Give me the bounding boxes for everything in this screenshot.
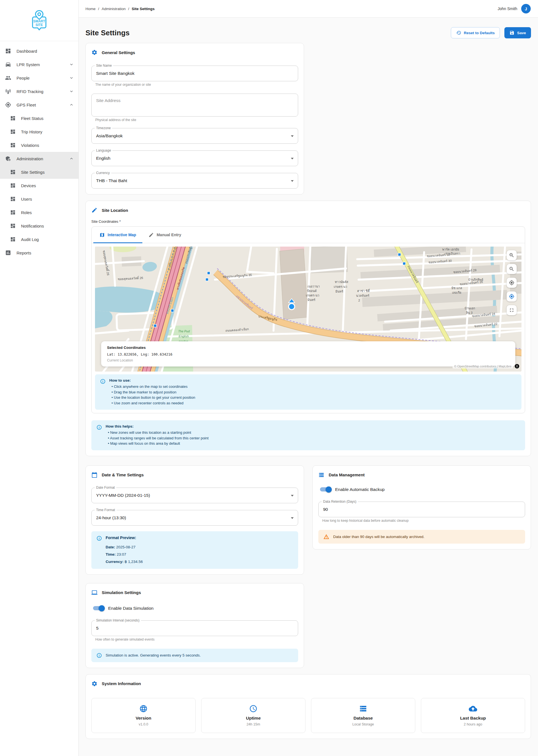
user-name: John Smith [498,6,517,11]
language-select[interactable]: Language English [91,150,298,166]
breadcrumb-administration[interactable]: Administration [102,7,126,11]
map-label: บ้านจิรทิพย์ [468,278,483,281]
map-attribution[interactable]: © OpenStreetMap contributors | MapLibre [453,364,513,368]
version-tile: Version v1.0.0 [91,698,195,733]
grid-icon [10,223,16,229]
automatic-backup-toggle[interactable] [320,487,331,492]
sidebar-item-label: Audit Log [21,237,39,242]
data-simulation-toggle[interactable] [93,606,104,610]
time-format-value: 24-hour (13:30) [92,510,298,525]
breadcrumb-home[interactable]: Home [85,7,95,11]
zoom-out-icon [509,266,514,272]
sidebar-item-lpr-system[interactable]: LPR System [0,58,79,71]
format-preview-title: Format Preview: [106,535,136,541]
sidebar-item-devices[interactable]: Devices [0,179,79,192]
date-format-select[interactable]: Date Format YYYY-MM-DD (2024-01-15) [91,488,298,503]
bar-chart-icon [5,250,11,256]
tab-interactive-map[interactable]: Interactive Map [93,227,142,243]
selected-coordinates-note: Current Location [107,358,510,362]
date-time-settings-card: Date & Time Settings Date Format YYYY-MM… [85,465,304,575]
recenter-button[interactable] [507,278,517,288]
avatar[interactable]: J [521,4,531,14]
breadcrumb-separator: / [128,7,129,11]
how-to-use-bullet: Use the location button to get your curr… [112,395,195,401]
grid-icon [10,142,16,148]
sidebar-item-administration[interactable]: Administration [0,152,79,165]
sidebar-item-audit-log[interactable]: Audit Log [0,233,79,246]
reset-button-label: Reset to Defaults [464,31,495,35]
selected-coordinates-title: Selected Coordinates [107,346,510,350]
chevron-up-icon [69,102,74,107]
my-location-button[interactable] [507,292,517,301]
reset-to-defaults-button[interactable]: Reset to Defaults [451,27,500,38]
info-icon [100,379,106,384]
sidebar-item-users[interactable]: Users [0,192,79,206]
simulation-interval-helper: How often to generate simulated events [95,637,294,641]
map-label: มิช แกล [452,286,462,290]
pencil-icon [91,207,97,213]
tab-manual-entry[interactable]: Manual Entry [142,227,188,243]
site-location-card: Site Location Site Coordinates * Interac… [85,201,531,456]
zoom-out-button[interactable] [507,264,517,274]
warning-icon [323,534,329,540]
sidebar-item-violations[interactable]: Violations [0,138,79,152]
interactive-map[interactable]: ซอยสุคนธสวัสดิ์ 26 ซอยสุคนธสวัสดิ์ 26 ซอ… [95,246,521,372]
dashboard-icon [5,48,11,54]
card-title: Site Location [102,208,128,213]
dropdown-caret-icon [291,495,294,497]
how-this-helps-bullet: Asset tracking ranges will be calculated… [108,435,208,441]
sidebar-item-roles[interactable]: Roles [0,206,79,219]
breadcrumb-separator: / [98,7,99,11]
sidebar-item-rfid-tracking[interactable]: RFID Tracking [0,84,79,98]
site-address-field[interactable]: Site Address [91,94,298,117]
sidebar-nav: Dashboard LPR System People RFID Trackin… [0,41,79,259]
sidebar-item-trip-history[interactable]: Trip History [0,125,79,138]
sidebar-item-reports[interactable]: Reports [0,246,79,259]
data-retention-field[interactable]: Data Retention (Days) 90 [318,502,525,517]
map-label: The Pud [178,330,190,333]
preview-currency-value: ฿ 1,234.56 [125,560,143,564]
format-preview-box: Format Preview: Date: 2025-08-27 Time: 2… [91,531,298,569]
tile-value: 24h 15m [246,723,260,726]
fullscreen-button[interactable] [507,305,517,315]
timezone-value: Asia/Bangkok [92,128,298,143]
sidebar-item-dashboard[interactable]: Dashboard [0,44,79,58]
topbar: Home / Administration / Site Settings Jo… [79,0,538,18]
globe-icon [139,704,148,713]
data-retention-label: Data Retention (Days) [322,500,358,504]
map-label: มินทร์ [308,298,315,301]
site-name-field[interactable]: Site Name Smart Site Bangkok [91,66,298,81]
map-label: เกษตร-นว [306,294,319,297]
tile-title: Last Backup [460,716,486,721]
time-format-label: Time Format [95,508,117,512]
timezone-select[interactable]: Timezone Asia/Bangkok [91,128,298,144]
card-title: General Settings [102,50,135,55]
site-address-placeholder: Site Address [92,94,298,108]
dropdown-caret-icon [291,135,294,137]
breadcrumb-current: Site Settings [132,7,155,11]
currency-select[interactable]: Currency THB - Thai Baht [91,173,298,189]
sidebar-item-people[interactable]: People [0,71,79,84]
sidebar-item-site-settings[interactable]: Site Settings [0,165,79,179]
card-title: System Information [102,681,141,686]
tile-title: Version [135,716,151,721]
attribution-toggle-icon[interactable] [515,364,519,368]
sidebar-item-fleet-status[interactable]: Fleet Status [0,112,79,125]
dropdown-caret-icon [291,158,294,159]
time-format-select[interactable]: Time Format 24-hour (13:30) [91,510,298,526]
sidebar-item-notifications[interactable]: Notifications [0,219,79,233]
sidebar-item-gps-fleet[interactable]: GPS Fleet [0,98,79,112]
laptop-icon [91,590,97,596]
simulation-interval-field[interactable]: Simulation Interval (seconds) 5 [91,621,298,636]
grid-icon [10,196,16,202]
zoom-in-button[interactable] [507,250,517,260]
calendar-icon [91,472,97,478]
save-button[interactable]: Save [504,27,531,38]
logo[interactable]: SMART SITE [0,0,79,41]
map-icon [99,232,105,238]
map-label: บ้านเอก [464,306,475,310]
how-to-use-bullet: Use zoom and recenter controls as needed [112,401,195,406]
site-name-label: Site Name [95,64,113,68]
crosshair-icon [509,280,514,286]
sidebar-item-label: Trip History [21,130,42,134]
